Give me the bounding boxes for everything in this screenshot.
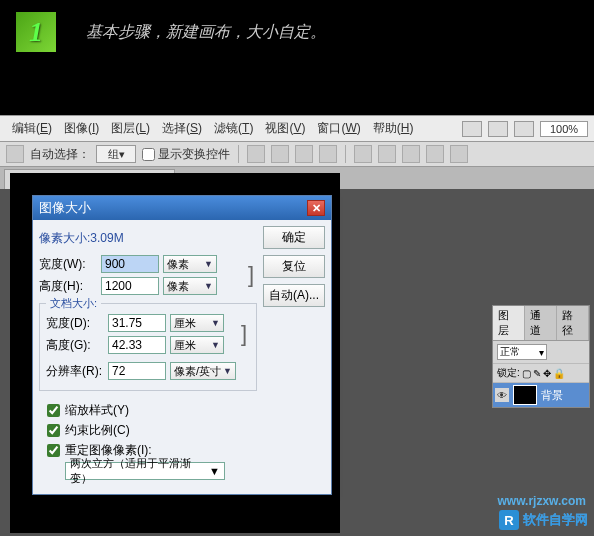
distribute-icon[interactable] (378, 145, 396, 163)
close-button[interactable]: ✕ (307, 200, 325, 216)
blend-mode-dropdown[interactable]: 正常▾ (497, 344, 547, 360)
distribute-icon[interactable] (426, 145, 444, 163)
step-instruction: 基本步骤，新建画布，大小自定。 (86, 22, 326, 43)
align-icon[interactable] (247, 145, 265, 163)
extras-icon[interactable] (514, 121, 534, 137)
menu-help[interactable]: 帮助(H) (367, 118, 420, 139)
layer-name: 背景 (541, 388, 563, 403)
width-unit-dropdown[interactable]: 像素▼ (163, 255, 217, 273)
height-cm-unit-dropdown[interactable]: 厘米▼ (170, 336, 224, 354)
link-icon: ] (245, 251, 257, 299)
width-px-input[interactable] (101, 255, 159, 273)
height-label: 高度(H): (39, 278, 97, 295)
watermark-brand: 软件自学网 (523, 511, 588, 529)
separator (345, 145, 346, 163)
dialog-title-text: 图像大小 (39, 199, 91, 217)
auto-select-dropdown[interactable]: 组▾ (96, 145, 136, 163)
height-unit-dropdown[interactable]: 像素▼ (163, 277, 217, 295)
resolution-unit-dropdown[interactable]: 像素/英寸▼ (170, 362, 236, 380)
lock-options: 锁定: ▢ ✎ ✥ 🔒 (493, 364, 589, 383)
height-cm-input[interactable] (108, 336, 166, 354)
resolution-input[interactable] (108, 362, 166, 380)
width-label: 宽度(W): (39, 256, 97, 273)
menu-window[interactable]: 窗口(W) (311, 118, 366, 139)
watermark: R 软件自学网 (499, 510, 588, 530)
move-tool-icon[interactable] (6, 145, 24, 163)
menu-view[interactable]: 视图(V) (259, 118, 311, 139)
document-size-label: 文档大小: (46, 296, 101, 311)
menu-filter[interactable]: 滤镜(T) (208, 118, 259, 139)
scale-styles-checkbox[interactable]: 缩放样式(Y) (47, 402, 249, 419)
watermark-logo-icon: R (499, 510, 519, 530)
tab-paths[interactable]: 路径 (557, 306, 589, 340)
image-size-dialog: 图像大小 ✕ 像素大小:3.09M 宽度(W): 像素▼ 高度(H (32, 195, 332, 495)
arrange-icon[interactable] (488, 121, 508, 137)
menu-image[interactable]: 图像(I) (58, 118, 105, 139)
width-cm-input[interactable] (108, 314, 166, 332)
lock-all-icon[interactable]: 🔒 (553, 368, 565, 379)
align-icon[interactable] (319, 145, 337, 163)
lock-position-icon[interactable]: ✥ (543, 368, 551, 379)
dialog-titlebar[interactable]: 图像大小 ✕ (33, 196, 331, 220)
menu-bar: 编辑(E) 图像(I) 图层(L) 选择(S) 滤镜(T) 视图(V) 窗口(W… (0, 115, 594, 142)
width-cm-unit-dropdown[interactable]: 厘米▼ (170, 314, 224, 332)
show-transform-checkbox[interactable]: 显示变换控件 (142, 146, 230, 163)
width-d-label: 宽度(D): (46, 315, 104, 332)
auto-select-label: 自动选择： (30, 146, 90, 163)
layers-panel: 图层 通道 路径 正常▾ 锁定: ▢ ✎ ✥ 🔒 👁 背景 (492, 305, 590, 408)
menu-select[interactable]: 选择(S) (156, 118, 208, 139)
height-px-input[interactable] (101, 277, 159, 295)
separator (238, 145, 239, 163)
layer-item-background[interactable]: 👁 背景 (493, 383, 589, 407)
zoom-level[interactable]: 100% (540, 121, 588, 137)
tab-layers[interactable]: 图层 (493, 306, 525, 340)
step-number-badge: 1 (16, 12, 56, 52)
align-icon[interactable] (271, 145, 289, 163)
link-icon: ] (238, 310, 250, 358)
menu-layer[interactable]: 图层(L) (105, 118, 156, 139)
align-icon[interactable] (295, 145, 313, 163)
watermark-url: www.rjzxw.com (498, 494, 586, 508)
lock-pixels-icon[interactable]: ✎ (533, 368, 541, 379)
options-bar: 自动选择： 组▾ 显示变换控件 (0, 142, 594, 167)
constrain-proportions-checkbox[interactable]: 约束比例(C) (47, 422, 249, 439)
menu-edit[interactable]: 编辑(E) (6, 118, 58, 139)
ok-button[interactable]: 确定 (263, 226, 325, 249)
auto-button[interactable]: 自动(A)... (263, 284, 325, 307)
resolution-label: 分辨率(R): (46, 363, 104, 380)
distribute-icon[interactable] (450, 145, 468, 163)
lock-transparency-icon[interactable]: ▢ (522, 368, 531, 379)
layer-thumbnail[interactable] (513, 385, 537, 405)
photoshop-window: 编辑(E) 图像(I) 图层(L) 选择(S) 滤镜(T) 视图(V) 窗口(W… (0, 115, 594, 536)
distribute-icon[interactable] (402, 145, 420, 163)
resample-method-dropdown[interactable]: 两次立方（适用于平滑渐变）▼ (65, 462, 225, 480)
reset-button[interactable]: 复位 (263, 255, 325, 278)
height-g-label: 高度(G): (46, 337, 104, 354)
tutorial-header: 1 基本步骤，新建画布，大小自定。 (0, 0, 594, 64)
tab-channels[interactable]: 通道 (525, 306, 557, 340)
distribute-icon[interactable] (354, 145, 372, 163)
screen-mode-icon[interactable] (462, 121, 482, 137)
pixel-dimensions-label: 像素大小:3.09M (39, 230, 257, 247)
visibility-icon[interactable]: 👁 (495, 388, 509, 402)
